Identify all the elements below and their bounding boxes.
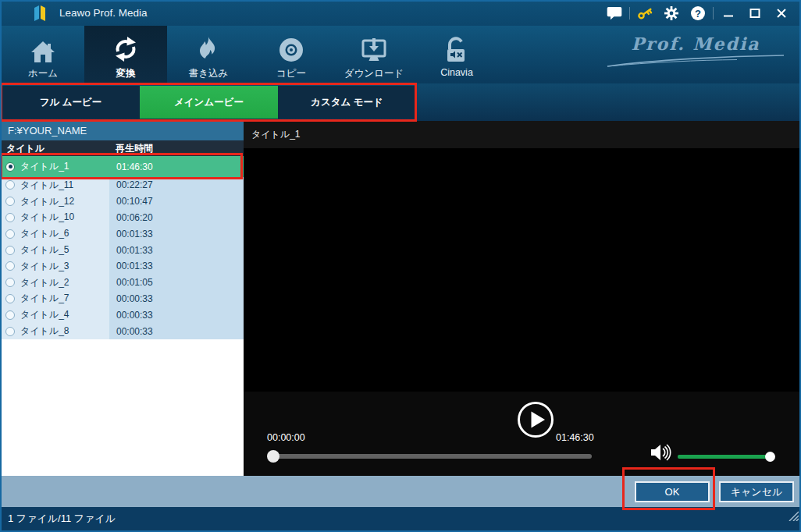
tab-label: メインムービー bbox=[174, 97, 244, 108]
nav-label: ホーム bbox=[28, 67, 58, 80]
row-title: タイトル_1 bbox=[20, 160, 69, 173]
tab-label: カスタム モード bbox=[311, 97, 383, 108]
table-row[interactable]: タイトル_7 00:00:33 bbox=[0, 291, 244, 307]
tab-custom-mode[interactable]: カスタム モード bbox=[278, 86, 416, 119]
file-count-status: 1 ファイル/11 ファイル bbox=[8, 512, 116, 524]
row-duration: 00:22:27 bbox=[109, 177, 244, 193]
row-title: タイトル_8 bbox=[20, 325, 69, 338]
row-title: タイトル_2 bbox=[20, 276, 69, 289]
table-row-selected[interactable]: タイトル_1 01:46:30 bbox=[0, 156, 244, 177]
row-title: タイトル_3 bbox=[20, 260, 69, 273]
volume-thumb[interactable] bbox=[765, 452, 775, 462]
tab-label: フル ムービー bbox=[40, 97, 102, 108]
minimize-button[interactable] bbox=[715, 0, 742, 26]
nav-label: コピー bbox=[276, 67, 306, 80]
table-row[interactable]: タイトル_5 00:01:33 bbox=[0, 242, 244, 258]
table-header: タイトル 再生時間 bbox=[0, 140, 244, 156]
radio-button[interactable] bbox=[5, 261, 15, 271]
table-row[interactable]: タイトル_12 00:10:47 bbox=[0, 193, 244, 210]
titlebar: Leawo Prof. Media bbox=[0, 0, 801, 26]
row-title: タイトル_10 bbox=[20, 211, 74, 224]
resize-grip-icon[interactable] bbox=[786, 506, 799, 530]
nav-home[interactable]: ホーム bbox=[2, 26, 84, 83]
help-icon[interactable]: ? bbox=[685, 0, 711, 26]
nav-cinavia[interactable]: Cinavia bbox=[415, 26, 498, 83]
brand-text: Prof. Media bbox=[631, 34, 760, 54]
radio-button[interactable] bbox=[5, 327, 15, 336]
nav-convert[interactable]: 変換 bbox=[84, 26, 167, 83]
radio-button[interactable] bbox=[5, 246, 15, 255]
preview-panel: タイトル_1 00:00:00 01:46:30 bbox=[244, 121, 801, 476]
radio-button[interactable] bbox=[5, 180, 15, 190]
message-icon[interactable] bbox=[601, 0, 628, 26]
row-title: タイトル_6 bbox=[20, 227, 69, 240]
volume-icon[interactable] bbox=[650, 443, 672, 465]
tab-main-movie[interactable]: メインムービー bbox=[140, 86, 278, 119]
radio-button[interactable] bbox=[5, 294, 15, 303]
table-row[interactable]: タイトル_6 00:01:33 bbox=[0, 225, 244, 242]
tab-full-movie[interactable]: フル ムービー bbox=[2, 86, 140, 119]
row-duration: 00:01:05 bbox=[109, 275, 244, 291]
seek-bar[interactable] bbox=[269, 454, 592, 459]
nav-copy[interactable]: コピー bbox=[250, 26, 333, 83]
mode-tabs: フル ムービー メインムービー カスタム モード bbox=[0, 83, 801, 121]
row-duration: 00:00:33 bbox=[109, 307, 244, 323]
table-row[interactable]: タイトル_8 00:00:33 bbox=[0, 323, 244, 339]
nav-label: 書き込み bbox=[189, 67, 229, 80]
table-row[interactable]: タイトル_3 00:01:33 bbox=[0, 258, 244, 275]
gear-icon[interactable] bbox=[658, 0, 685, 26]
home-icon bbox=[30, 30, 56, 65]
preview-title: タイトル_1 bbox=[244, 121, 801, 148]
nav-download[interactable]: ダウンロード bbox=[333, 26, 415, 83]
radio-button[interactable] bbox=[5, 278, 15, 287]
titlebar-divider bbox=[713, 7, 714, 20]
close-button[interactable] bbox=[768, 0, 795, 26]
nav-label: 変換 bbox=[116, 67, 136, 80]
radio-button[interactable] bbox=[5, 162, 15, 172]
title-list: タイトル_11 00:22:27 タイトル_12 00:10:47 タイトル_1… bbox=[0, 177, 244, 339]
play-icon bbox=[516, 400, 555, 439]
table-row[interactable]: タイトル_2 00:01:05 bbox=[0, 275, 244, 291]
volume-bar[interactable] bbox=[678, 455, 771, 459]
radio-button[interactable] bbox=[5, 213, 15, 222]
nav-burn[interactable]: 書き込み bbox=[167, 26, 250, 83]
row-duration: 01:46:30 bbox=[109, 156, 244, 177]
radio-button[interactable] bbox=[5, 229, 15, 239]
radio-button[interactable] bbox=[5, 197, 15, 206]
key-icon[interactable] bbox=[632, 0, 658, 26]
seek-thumb[interactable] bbox=[267, 450, 279, 463]
row-duration: 00:00:33 bbox=[109, 291, 244, 307]
play-button[interactable] bbox=[516, 400, 555, 439]
table-row[interactable]: タイトル_10 00:06:20 bbox=[0, 210, 244, 226]
row-duration: 00:10:47 bbox=[109, 193, 244, 210]
column-title: タイトル bbox=[6, 140, 44, 156]
svg-text:?: ? bbox=[695, 7, 701, 19]
source-path: F:¥YOUR_NAME bbox=[0, 121, 244, 140]
source-panel: F:¥YOUR_NAME タイトル 再生時間 タイトル_1 01:46:30 タ… bbox=[0, 121, 244, 476]
app-logo-icon bbox=[31, 5, 50, 21]
maximize-button[interactable] bbox=[742, 0, 768, 26]
convert-icon bbox=[110, 30, 141, 65]
cancel-button[interactable]: キャンセル bbox=[719, 481, 794, 502]
nav-label: ダウンロード bbox=[344, 67, 404, 80]
copy-icon bbox=[276, 30, 306, 65]
row-duration: 00:01:33 bbox=[109, 225, 244, 242]
elapsed-time: 00:00:00 bbox=[267, 432, 305, 443]
table-row[interactable]: タイトル_4 00:00:33 bbox=[0, 307, 244, 323]
ok-button[interactable]: OK bbox=[635, 481, 710, 502]
table-row[interactable]: タイトル_11 00:22:27 bbox=[0, 177, 244, 193]
row-title: タイトル_4 bbox=[20, 308, 69, 321]
player-controls: 00:00:00 01:46:30 bbox=[244, 392, 801, 476]
cinavia-icon bbox=[443, 30, 470, 65]
row-title: タイトル_12 bbox=[20, 195, 74, 208]
nav-label: Cinavia bbox=[440, 67, 473, 78]
main-nav: ホーム 変換 書き込み コピー bbox=[0, 26, 801, 83]
row-title: タイトル_11 bbox=[20, 179, 73, 192]
radio-button[interactable] bbox=[5, 310, 15, 320]
total-time: 01:46:30 bbox=[556, 432, 594, 443]
column-duration: 再生時間 bbox=[116, 140, 153, 156]
row-duration: 00:00:33 bbox=[109, 323, 244, 339]
row-title: タイトル_5 bbox=[20, 243, 69, 257]
row-title: タイトル_7 bbox=[20, 292, 69, 305]
brand-swoosh-icon bbox=[606, 54, 785, 68]
